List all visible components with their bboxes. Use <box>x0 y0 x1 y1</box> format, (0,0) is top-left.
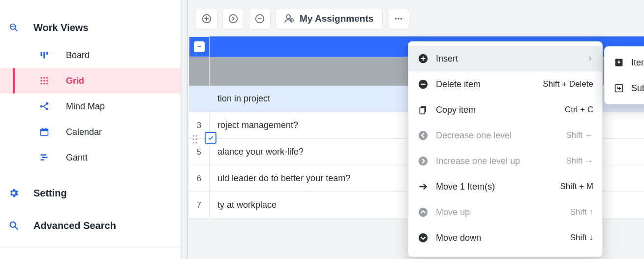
svg-point-4 <box>41 77 42 79</box>
ctx-decrease-level: Decrease one level Shift ← <box>408 123 602 148</box>
ctx-shortcut: Shift + M <box>560 182 593 192</box>
row-number <box>189 86 210 112</box>
more-button[interactable] <box>388 8 409 30</box>
sidebar: Work Views Board Grid <box>0 0 181 259</box>
ctx-copy-item[interactable]: Copy item Ctrl + C <box>408 97 602 123</box>
svg-point-23 <box>10 222 16 227</box>
svg-point-9 <box>46 80 48 81</box>
ctx-move-down[interactable]: Move down Shift ↓ <box>408 225 602 251</box>
svg-rect-17 <box>41 129 48 131</box>
ctx-shortcut: Shift → <box>566 156 593 166</box>
my-assignments-chip[interactable]: My Assignments <box>276 8 383 30</box>
setting-section[interactable]: Setting <box>0 183 181 203</box>
setting-title: Setting <box>33 188 67 199</box>
svg-point-44 <box>419 208 428 217</box>
sidebar-divider <box>0 247 181 248</box>
ctx-shortcut: Ctrl + C <box>565 105 593 115</box>
ctx-label: Increase one level up <box>436 156 559 166</box>
plus-circle-icon <box>417 53 429 65</box>
work-views-title: Work Views <box>33 22 89 33</box>
grid-icon <box>38 75 50 87</box>
gear-icon <box>8 187 20 199</box>
context-menu: Insert Delete item Shift + Delete Copy i… <box>408 41 603 257</box>
svg-rect-1 <box>41 52 42 56</box>
board-icon <box>38 49 50 61</box>
arrow-right-circle-icon <box>417 155 429 167</box>
sidebar-item-calendar[interactable]: Calendar <box>0 119 181 145</box>
ctx-label: Copy item <box>436 105 558 115</box>
ctx-insert[interactable]: Insert <box>408 46 602 71</box>
insert-submenu: Item Enter Subitem Shift + Enter <box>604 46 644 104</box>
svg-point-5 <box>43 77 45 79</box>
row-number: 6 <box>189 165 210 192</box>
sidebar-item-gantt[interactable]: Gantt <box>0 145 181 170</box>
ctx-shortcut: Shift ↑ <box>570 207 593 217</box>
svg-rect-22 <box>41 159 45 161</box>
pane-splitter[interactable] <box>181 0 188 259</box>
svg-point-35 <box>195 138 197 140</box>
advanced-search-section[interactable]: Advanced Search <box>0 216 181 235</box>
drag-handle-icon[interactable] <box>189 128 201 151</box>
ctx-shortcut: Shift ← <box>566 130 593 140</box>
svg-point-27 <box>286 15 290 19</box>
arrow-right-icon <box>417 181 429 193</box>
svg-point-36 <box>192 142 194 143</box>
svg-point-37 <box>195 142 197 143</box>
svg-point-6 <box>46 77 48 79</box>
svg-point-14 <box>46 103 48 104</box>
ctx-label: Delete item <box>436 79 536 90</box>
submenu-label: Item <box>631 58 644 68</box>
svg-point-34 <box>192 138 194 140</box>
svg-rect-21 <box>42 157 48 158</box>
ctx-label: Move 1 Item(s) <box>436 182 553 192</box>
svg-point-45 <box>419 233 428 242</box>
ctx-move-items[interactable]: Move 1 Item(s) Shift + M <box>408 174 602 199</box>
sidebar-item-grid[interactable]: Grid <box>0 68 181 94</box>
gantt-icon <box>38 152 50 163</box>
advanced-search-title: Advanced Search <box>33 220 116 231</box>
ctx-label: Move down <box>436 233 563 243</box>
collapse-all-icon[interactable] <box>194 41 205 52</box>
svg-point-25 <box>229 15 238 23</box>
grid-subheader-left <box>189 57 210 86</box>
user-icon <box>283 13 295 25</box>
sidebar-item-board[interactable]: Board <box>0 42 181 68</box>
svg-point-8 <box>43 80 45 81</box>
svg-rect-2 <box>43 52 45 58</box>
arrow-up-circle-icon <box>417 206 429 218</box>
submenu-subitem[interactable]: Subitem Shift + Enter <box>605 75 644 101</box>
arrow-down-circle-icon <box>417 232 429 244</box>
grid-corner[interactable] <box>189 36 210 57</box>
calendar-icon <box>38 126 50 138</box>
main-area: My Assignments tion i <box>188 0 644 259</box>
ctx-delete-item[interactable]: Delete item Shift + Delete <box>408 71 602 97</box>
svg-point-32 <box>192 135 194 136</box>
sidebar-item-label: Grid <box>66 76 84 86</box>
sidebar-item-mind-map[interactable]: Mind Map <box>0 94 181 119</box>
svg-point-7 <box>41 80 42 81</box>
my-assignments-label: My Assignments <box>300 13 373 24</box>
svg-point-13 <box>41 105 42 107</box>
navigate-button[interactable] <box>222 8 244 30</box>
ctx-label: Move up <box>436 207 563 218</box>
mind-map-icon <box>38 100 50 112</box>
insert-item-icon <box>613 57 624 68</box>
add-button[interactable] <box>196 8 217 30</box>
minus-circle-icon <box>417 78 429 90</box>
row-number: 7 <box>189 192 210 218</box>
svg-point-42 <box>419 131 428 140</box>
remove-button[interactable] <box>249 8 271 30</box>
ctx-move-up: Move up Shift ↑ <box>408 199 602 225</box>
row-checkbox[interactable] <box>205 132 216 144</box>
submenu-item[interactable]: Item Enter <box>605 50 644 75</box>
svg-point-29 <box>395 18 397 20</box>
sidebar-item-label: Gantt <box>66 153 88 163</box>
ctx-label: Insert <box>436 54 580 64</box>
svg-point-31 <box>400 18 402 20</box>
ctx-increase-level: Increase one level up Shift → <box>408 148 602 174</box>
toolbar: My Assignments <box>188 0 644 36</box>
submenu-label: Subitem <box>631 83 644 94</box>
work-views-section[interactable]: Work Views <box>0 18 181 37</box>
ctx-label: Decrease one level <box>436 130 559 141</box>
arrow-left-circle-icon <box>417 130 429 141</box>
